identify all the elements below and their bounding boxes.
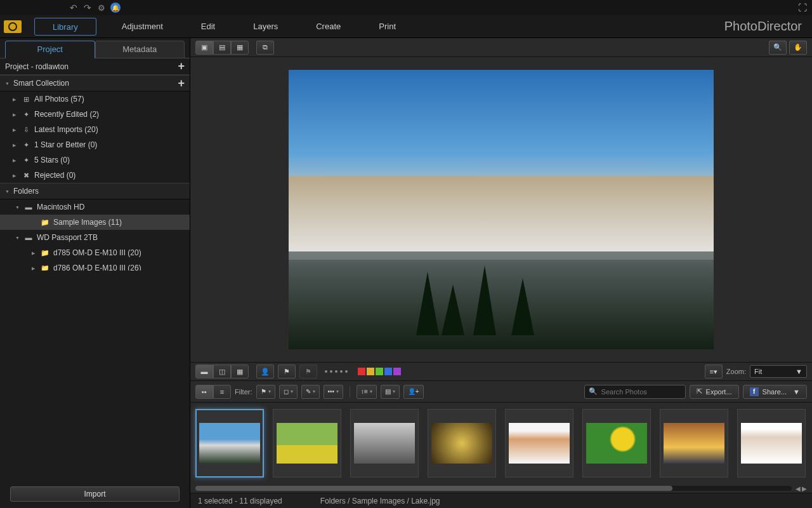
gear-icon[interactable]: ⚙: [96, 3, 107, 13]
folder-item[interactable]: 📁Sample Images (11): [0, 215, 190, 230]
filter-more-button[interactable]: •••: [324, 385, 344, 399]
panel-tab-project[interactable]: Project: [5, 41, 95, 58]
module-tab-layers[interactable]: Layers: [234, 18, 297, 36]
fullscreen-icon[interactable]: ⛶: [798, 3, 807, 13]
search-input[interactable]: 🔍 ✕: [584, 385, 686, 399]
thumbnail[interactable]: [273, 409, 341, 478]
scroll-right-icon[interactable]: ▶: [802, 485, 807, 492]
sort-button[interactable]: ≡▾: [705, 364, 723, 378]
color-labels[interactable]: [355, 368, 403, 375]
folder-item[interactable]: 📁d785 OM-D E-M10 III (20): [0, 245, 190, 260]
center-area: ▣ ▤ ▦ ⧉ 🔍 ✋ ▬: [190, 38, 812, 508]
redo-icon[interactable]: ↷: [82, 3, 93, 13]
share-button[interactable]: f Share... ▼: [743, 385, 807, 399]
module-tabs: Library Adjustment Edit Layers Create Pr…: [25, 15, 415, 38]
status-path: Folders / Sample Images / Lake.jpg: [320, 497, 440, 505]
zoom-tool-icon[interactable]: 🔍: [769, 41, 787, 55]
color-label-swatch[interactable]: [358, 368, 365, 375]
view-mirror-icon[interactable]: ⧉: [256, 41, 274, 55]
module-row: Library Adjustment Edit Layers Create Pr…: [0, 15, 812, 38]
module-tab-create[interactable]: Create: [297, 18, 360, 36]
flag-icon[interactable]: ⚑: [278, 364, 296, 378]
hand-tool-icon[interactable]: ✋: [789, 41, 807, 55]
rating-stars[interactable]: [321, 370, 351, 373]
facebook-icon: f: [750, 387, 759, 396]
thumb-size-large-icon[interactable]: ▪▪: [195, 385, 213, 399]
module-tab-adjustment[interactable]: Adjustment: [103, 18, 182, 36]
thumb-size-list-icon[interactable]: ≡: [213, 385, 231, 399]
folder-item[interactable]: 📁d786 OM-D E-M10 III (26): [0, 260, 190, 271]
export-icon: ⇱: [697, 387, 702, 396]
smart-item[interactable]: ✦Recently Edited (2): [0, 107, 190, 122]
zoom-select[interactable]: Fit▼: [750, 365, 807, 378]
smart-item[interactable]: ✖Rejected (0): [0, 168, 190, 183]
smart-item[interactable]: ✦1 Star or Better (0): [0, 137, 190, 152]
filter-edited-button[interactable]: ✎: [301, 385, 320, 399]
smart-item[interactable]: ⇩Latest Imports (20): [0, 122, 190, 137]
color-label-swatch[interactable]: [367, 368, 374, 375]
module-tab-print[interactable]: Print: [360, 18, 415, 36]
module-tab-edit[interactable]: Edit: [182, 18, 234, 36]
status-selection: 1 selected - 11 displayed: [198, 497, 282, 505]
project-name: Project - rodlawton: [5, 62, 69, 71]
thumbnail[interactable]: [350, 409, 419, 478]
thumbnail[interactable]: [505, 409, 573, 478]
view-compare-icon[interactable]: ▤: [213, 41, 231, 55]
view-single-icon[interactable]: ▣: [195, 41, 213, 55]
thumbnail[interactable]: [737, 409, 806, 478]
section-folders[interactable]: Folders: [0, 183, 190, 199]
preview-area[interactable]: [190, 57, 812, 362]
viewer-toolbar: ▣ ▤ ▦ ⧉ 🔍 ✋: [190, 38, 812, 57]
flag-reject-icon[interactable]: ⚑: [299, 364, 317, 378]
import-button[interactable]: Import: [10, 486, 180, 502]
module-tab-library[interactable]: Library: [34, 18, 96, 36]
folder-drive[interactable]: ▬Macintosh HD: [0, 199, 190, 215]
scroll-left-icon[interactable]: ◀: [796, 485, 801, 492]
layout-filmstrip-icon[interactable]: ▬: [195, 364, 213, 378]
view-grid-icon[interactable]: ▦: [231, 41, 249, 55]
filter-label: Filter:: [235, 388, 252, 396]
layout-split-icon[interactable]: ◫: [213, 364, 231, 378]
filter-bar: ▪▪ ≡ Filter: ⚑ ◻ ✎ ••• ↕≡ ▤ 👤+ 🔍 ✕ ⇱ Exp…: [190, 381, 812, 403]
preview-image: [289, 70, 714, 349]
layout-grid-icon[interactable]: ▦: [231, 364, 249, 378]
sort-order-button[interactable]: ↕≡: [357, 385, 377, 399]
smart-item[interactable]: ✦5 Stars (0): [0, 152, 190, 168]
titlebar: ↶ ↷ ⚙ 🔔 ⛶: [0, 0, 812, 15]
filter-flag-button[interactable]: ⚑: [256, 385, 275, 399]
folder-drive[interactable]: ▬WD Passport 2TB: [0, 230, 190, 245]
export-button[interactable]: ⇱ Export...: [690, 385, 739, 399]
thumbnail[interactable]: [660, 409, 728, 478]
smart-item[interactable]: ⊞All Photos (57): [0, 91, 190, 107]
add-person-button[interactable]: 👤+: [403, 385, 424, 399]
app-logo: [0, 15, 25, 38]
color-label-swatch[interactable]: [376, 368, 383, 375]
add-smart-collection-button[interactable]: +: [178, 77, 185, 90]
filter-label-button[interactable]: ◻: [279, 385, 298, 399]
zoom-label: Zoom:: [726, 368, 746, 375]
thumbnail[interactable]: [582, 409, 651, 478]
undo-icon[interactable]: ↶: [69, 3, 79, 13]
section-smart-collection[interactable]: Smart Collection +: [0, 75, 190, 91]
stack-button[interactable]: ▤: [381, 385, 400, 399]
status-bar: 1 selected - 11 displayed Folders / Samp…: [190, 493, 812, 508]
add-project-button[interactable]: +: [178, 60, 185, 73]
filmstrip: [190, 403, 812, 484]
left-panel: Project Metadata Project - rodlawton + S…: [0, 38, 190, 508]
color-label-swatch[interactable]: [393, 368, 401, 375]
notification-bell-icon[interactable]: 🔔: [110, 3, 121, 13]
app-title: PhotoDirector: [724, 19, 802, 34]
panel-tab-metadata[interactable]: Metadata: [95, 41, 185, 58]
filmstrip-scrollbar[interactable]: ◀▶: [190, 484, 812, 493]
thumbnail[interactable]: [195, 409, 264, 478]
browser-bar: ▬ ◫ ▦ 👤 ⚑ ⚑ ≡▾ Zoom: Fit▼: [190, 362, 812, 381]
color-label-swatch[interactable]: [384, 368, 392, 375]
project-header: Project - rodlawton +: [0, 58, 190, 75]
face-tag-icon[interactable]: 👤: [256, 364, 274, 378]
search-icon: 🔍: [589, 387, 598, 396]
thumbnail[interactable]: [428, 409, 496, 478]
